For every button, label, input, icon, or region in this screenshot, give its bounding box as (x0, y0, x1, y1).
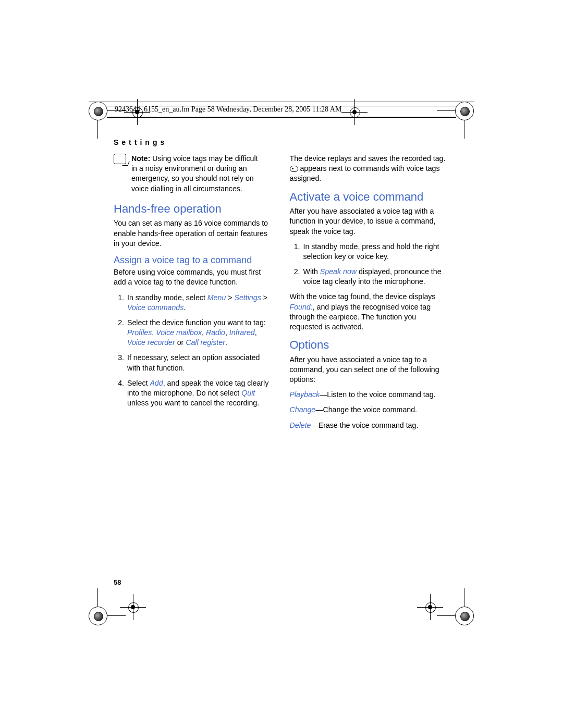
heading-options: Options (290, 337, 450, 353)
crop-cross-icon (341, 99, 368, 125)
para-hands-free: You can set as many as 16 voice commands… (114, 218, 274, 249)
list-item: With Speak now displayed, pronounce the … (302, 267, 450, 287)
para-options-intro: After you have associated a voice tag to… (290, 355, 450, 385)
crop-cross-icon (120, 594, 146, 620)
list-item: If necessary, select an option associate… (126, 353, 274, 373)
heading-activate: Activate a voice command (290, 189, 450, 205)
registration-mark-icon (455, 607, 474, 625)
section-label: Settings (114, 138, 167, 146)
list-item: In standby mode, press and hold the righ… (302, 242, 450, 262)
crop-frame-line (107, 117, 456, 118)
para-assign-intro: Before using voice commands, you must fi… (114, 267, 274, 287)
option-change: Change—Change the voice command. (290, 405, 450, 415)
registration-mark-icon (455, 102, 474, 120)
note-label: Note: (131, 154, 150, 163)
content-columns: Note: Using voice tags may be difficult … (114, 154, 450, 430)
note-block: Note: Using voice tags may be difficult … (114, 154, 274, 194)
voice-tag-icon (290, 166, 298, 172)
note-icon (114, 154, 126, 164)
registration-mark-icon (89, 607, 107, 625)
option-playback: Playback—Listen to the voice command tag… (290, 390, 450, 400)
list-item: Select Add, and speak the voice tag clea… (126, 378, 274, 409)
heading-hands-free: Hands-free operation (114, 201, 274, 217)
list-item: In standby mode, select Menu > Settings … (126, 293, 274, 313)
crop-cross-icon (124, 99, 150, 125)
list-item: Select the device function you want to t… (126, 318, 274, 348)
assign-list: In standby mode, select Menu > Settings … (114, 293, 274, 409)
heading-assign: Assign a voice tag to a command (114, 254, 274, 266)
option-delete: Delete—Erase the voice command tag. (290, 421, 450, 430)
para-found: With the voice tag found, the device dis… (290, 292, 450, 332)
registration-mark-icon (89, 102, 107, 120)
activate-list: In standby mode, press and hold the righ… (290, 242, 450, 287)
para-replay: The device replays and saves the recorde… (290, 154, 450, 184)
page-number: 58 (114, 578, 121, 586)
para-activate-intro: After you have associated a voice tag wi… (290, 206, 450, 237)
crop-cross-icon (417, 594, 443, 620)
note-text: Using voice tags may be difficult in a n… (131, 154, 258, 193)
